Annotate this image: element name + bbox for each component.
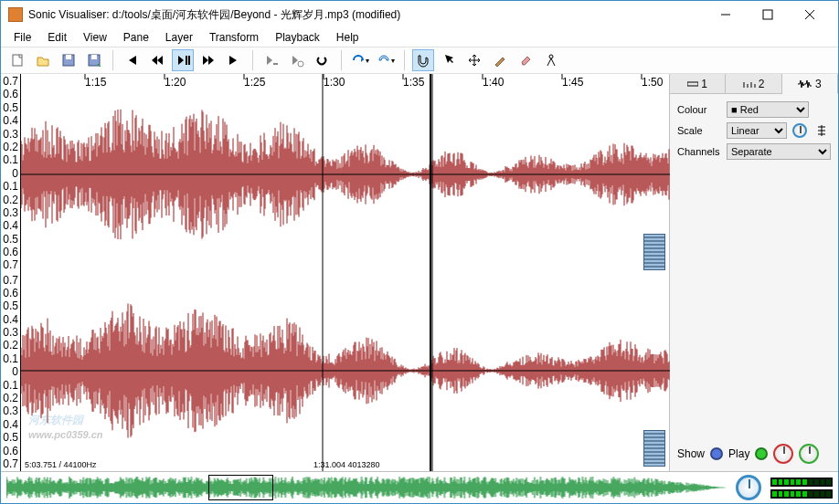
menu-help[interactable]: Help xyxy=(329,29,366,46)
channels-select[interactable]: Separate xyxy=(727,143,831,160)
ffwd-icon[interactable] xyxy=(197,49,219,71)
y-axis: 0.70.60.50.40.30.20.100.10.20.30.40.50.6… xyxy=(1,74,21,471)
minimize-button[interactable] xyxy=(705,1,747,28)
svg-rect-0 xyxy=(763,10,772,19)
info-cursor-position: 1:31.004 4013280 xyxy=(313,460,380,469)
menu-transform[interactable]: Transform xyxy=(202,29,266,46)
rewind-start-icon[interactable] xyxy=(121,49,143,71)
layer-tabs: 1 2 3 xyxy=(670,74,838,94)
svg-point-7 xyxy=(298,61,303,67)
ffwd-end-icon[interactable] xyxy=(223,49,245,71)
level-meter-left xyxy=(770,478,833,487)
ruler-icon xyxy=(687,79,698,89)
level-meter-right xyxy=(770,489,833,499)
open-file-icon[interactable] xyxy=(32,49,54,71)
level-meters xyxy=(770,478,833,499)
colour-select[interactable]: ■ Red xyxy=(727,101,809,118)
loop-icon[interactable] xyxy=(286,49,308,71)
svg-point-8 xyxy=(549,55,553,58)
new-file-icon[interactable] xyxy=(6,49,28,71)
waveform-icon xyxy=(798,79,812,89)
svg-rect-3 xyxy=(66,55,71,59)
solo-icon[interactable] xyxy=(312,49,334,71)
play-led[interactable] xyxy=(755,447,768,460)
colour-label: Colour xyxy=(677,104,723,115)
scale-dial-icon[interactable] xyxy=(791,121,809,140)
navigate-icon[interactable] xyxy=(412,49,434,71)
waveform-canvas[interactable] xyxy=(21,74,670,471)
playback-speed-dial[interactable] xyxy=(736,475,761,500)
scale-label: Scale xyxy=(677,125,723,136)
layer-properties-panel: 1 2 3 Colour ■ Red Scale Linear Channels… xyxy=(669,74,838,471)
play-pause-icon[interactable] xyxy=(172,49,194,71)
vertical-zoom-thumb[interactable] xyxy=(643,234,665,270)
waveform-pane[interactable]: 0.70.60.50.40.30.20.100.10.20.30.40.50.6… xyxy=(1,74,669,471)
menubar: File Edit View Pane Layer Transform Play… xyxy=(1,28,838,47)
erase-icon[interactable] xyxy=(515,49,536,71)
overview-viewport[interactable] xyxy=(208,475,273,500)
playback-mode-icon[interactable]: ▾ xyxy=(349,49,371,71)
vertical-zoom-thumb[interactable] xyxy=(643,430,665,467)
draw-icon[interactable] xyxy=(489,49,511,71)
select-icon[interactable] xyxy=(438,49,460,71)
move-icon[interactable] xyxy=(463,49,485,71)
play-label: Play xyxy=(728,447,749,460)
tab-layer-1[interactable]: 1 xyxy=(670,74,726,93)
overview-waveform[interactable] xyxy=(6,475,727,500)
gain-dial[interactable] xyxy=(773,444,793,464)
menu-layer[interactable]: Layer xyxy=(158,29,200,46)
save-file-icon[interactable] xyxy=(58,49,80,71)
close-button[interactable] xyxy=(789,1,831,28)
svg-rect-5 xyxy=(91,55,97,59)
pan-dial[interactable] xyxy=(799,444,819,464)
tab-layer-2[interactable]: 2 xyxy=(726,74,781,93)
maximize-button[interactable] xyxy=(747,1,789,28)
menu-edit[interactable]: Edit xyxy=(40,29,74,46)
app-icon xyxy=(8,7,23,22)
svg-rect-6 xyxy=(273,63,278,65)
svg-rect-1 xyxy=(13,55,22,66)
measure-icon[interactable] xyxy=(540,49,562,71)
menu-playback[interactable]: Playback xyxy=(268,29,327,46)
rewind-icon[interactable] xyxy=(146,49,168,71)
window-title: Sonic Visualiser: d:/tools/桌面/河东软件园/Beyo… xyxy=(28,7,705,23)
info-duration-samplerate: 5:03.751 / 44100Hz xyxy=(25,460,97,469)
restrict-icon[interactable]: ▾ xyxy=(375,49,397,71)
show-label: Show xyxy=(677,447,705,460)
channels-label: Channels xyxy=(677,146,723,157)
tab-label: 2 xyxy=(759,78,765,90)
scale-select[interactable]: Linear xyxy=(727,122,787,139)
toolbar: ▾ ▾ xyxy=(1,47,838,74)
ruler-icon xyxy=(743,79,756,89)
import-audio-icon[interactable] xyxy=(83,49,105,71)
scale-extra-icon[interactable] xyxy=(812,121,831,140)
tab-layer-3[interactable]: 3 xyxy=(782,74,838,94)
overview-bar xyxy=(1,471,838,503)
menu-pane[interactable]: Pane xyxy=(116,29,156,46)
menu-file[interactable]: File xyxy=(6,29,38,46)
show-led[interactable] xyxy=(710,447,723,460)
record-icon[interactable] xyxy=(260,49,282,71)
titlebar: Sonic Visualiser: d:/tools/桌面/河东软件园/Beyo… xyxy=(1,1,838,28)
menu-view[interactable]: View xyxy=(76,29,114,46)
tab-label: 3 xyxy=(815,78,822,90)
tab-label: 1 xyxy=(701,78,707,90)
svg-rect-9 xyxy=(687,82,698,86)
